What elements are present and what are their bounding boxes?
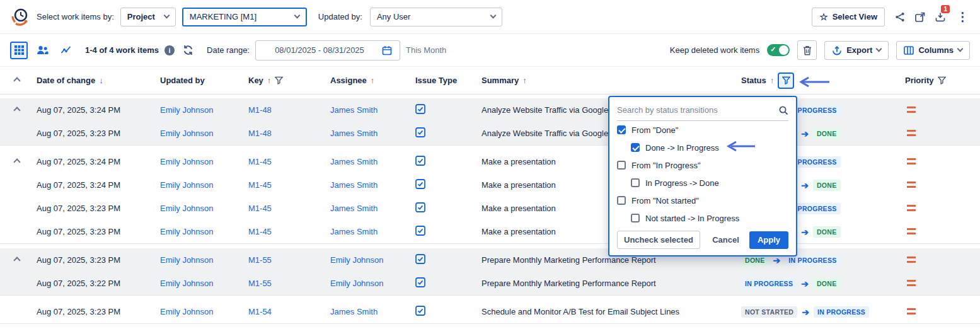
table-row[interactable]: Aug 07, 2025, 3:24 PM Emily Johnson M1-4… (0, 98, 980, 122)
priority-medium-icon (907, 205, 916, 211)
collapse-group-icon[interactable] (13, 158, 20, 165)
chart-view-button[interactable] (57, 42, 74, 59)
date-range-field[interactable] (255, 40, 400, 61)
assignee-link[interactable]: Emily Johnson (330, 255, 415, 265)
sort-asc-icon[interactable]: ↑ (267, 76, 272, 85)
apply-button[interactable]: Apply (749, 231, 788, 249)
open-in-new-icon[interactable] (915, 12, 925, 22)
table-row[interactable]: Aug 07, 2025, 3:23 PM Emily Johnson M1-4… (0, 122, 980, 145)
filter-option-inprogress-to-done[interactable]: In Progress -> Done (617, 174, 788, 192)
assignee-link[interactable]: James Smith (330, 180, 415, 190)
collapse-group-icon[interactable] (13, 107, 20, 113)
collapse-all-icon[interactable] (13, 77, 20, 84)
key-link[interactable]: M1-54 (248, 307, 330, 316)
filter-option-notstarted-to-inprogress[interactable]: Not started -> In Progress (617, 209, 788, 227)
updated-by-link[interactable]: Emily Johnson (160, 105, 248, 115)
filter-option-done-to-inprogress[interactable]: Done -> In Progress (617, 139, 788, 156)
table-row[interactable]: Aug 07, 2025, 3:22 PM Emily Johnson M1-5… (0, 272, 980, 295)
trash-button[interactable] (797, 40, 817, 60)
select-by-value: Project (127, 12, 155, 21)
assignee-link[interactable]: James Smith (330, 307, 415, 316)
select-view-button[interactable]: ☆ Select View (812, 8, 885, 26)
filter-icon[interactable] (938, 76, 946, 84)
sort-asc-icon[interactable]: ↑ (770, 76, 775, 85)
table-row[interactable]: Aug 07, 2025, 3:24 PM Emily Johnson M1-4… (0, 173, 980, 197)
grid-view-button[interactable] (10, 42, 28, 59)
table-row[interactable]: Aug 07, 2025, 3:23 PM Emily Johnson M1-5… (0, 300, 980, 323)
checkbox[interactable] (631, 143, 640, 152)
checkbox[interactable] (631, 178, 640, 187)
share-icon[interactable] (895, 12, 905, 22)
key-link[interactable]: M1-45 (248, 204, 330, 213)
search-input[interactable] (617, 105, 775, 115)
kebab-menu-icon[interactable]: ⋮ (955, 11, 970, 23)
refresh-icon[interactable] (183, 45, 193, 55)
table-row[interactable]: Aug 07, 2025, 3:23 PM Emily Johnson M1-5… (0, 248, 980, 272)
filter-option-label: From "Not started" (631, 196, 699, 205)
table-row[interactable]: Aug 07, 2025, 3:24 PM Emily Johnson M1-4… (0, 150, 980, 173)
checkbox[interactable] (617, 161, 626, 170)
keep-deleted-toggle[interactable] (767, 44, 790, 56)
date-range-input[interactable] (263, 45, 376, 55)
sort-asc-icon[interactable]: ↑ (522, 76, 527, 85)
filter-option-from-inprogress[interactable]: From "In Progress" (617, 156, 788, 174)
status-filter-search[interactable] (617, 102, 788, 121)
column-header-assignee[interactable]: Assignee ↑ (330, 76, 415, 85)
column-header-priority[interactable]: Priority (905, 76, 980, 85)
updated-by-link[interactable]: Emily Johnson (160, 157, 248, 166)
table-body: Aug 07, 2025, 3:24 PM Emily Johnson M1-4… (0, 95, 980, 326)
key-link[interactable]: M1-45 (248, 180, 330, 190)
info-icon[interactable]: i (164, 45, 175, 55)
checkbox[interactable] (617, 125, 626, 134)
assignee-link[interactable]: James Smith (330, 129, 415, 138)
key-link[interactable]: M1-45 (248, 227, 330, 236)
key-link[interactable]: M1-48 (248, 105, 330, 115)
checkbox[interactable] (631, 214, 640, 222)
column-header-status[interactable]: Status ↑ (741, 72, 905, 89)
key-link[interactable]: M1-45 (248, 157, 330, 166)
filter-icon[interactable] (275, 76, 283, 84)
key-link[interactable]: M1-48 (248, 129, 330, 138)
updated-by-select[interactable]: Any User (370, 8, 502, 26)
select-by-dropdown[interactable]: Project (120, 8, 176, 26)
collapse-group-icon[interactable] (13, 257, 20, 263)
updated-by-link[interactable]: Emily Johnson (160, 279, 248, 288)
key-link[interactable]: M1-55 (248, 255, 330, 265)
assignee-link[interactable]: James Smith (330, 227, 415, 236)
project-select[interactable]: MARKETING [M1] (182, 8, 307, 26)
app-logo-icon (10, 7, 30, 27)
column-header-key[interactable]: Key ↑ (248, 76, 330, 85)
calendar-icon[interactable] (382, 45, 392, 55)
assignee-link[interactable]: James Smith (330, 204, 415, 213)
sort-asc-icon[interactable]: ↑ (371, 76, 375, 85)
sort-desc-icon[interactable]: ↓ (99, 76, 103, 85)
whats-new-icon[interactable]: 1 (935, 12, 945, 22)
filter-option-from-notstarted[interactable]: From "Not started" (617, 192, 788, 209)
column-header-summary[interactable]: Summary ↑ (481, 76, 741, 85)
column-header-issue-type[interactable]: Issue Type (415, 76, 481, 85)
cancel-button[interactable]: Cancel (712, 235, 739, 245)
columns-label: Columns (918, 45, 954, 55)
column-header-updated-by[interactable]: Updated by (160, 76, 248, 85)
status-filter-icon[interactable] (778, 72, 794, 89)
assignee-link[interactable]: Emily Johnson (330, 279, 415, 288)
task-type-icon (415, 202, 425, 212)
uncheck-selected-button[interactable]: Uncheck selected (617, 231, 700, 249)
updated-by-link[interactable]: Emily Johnson (160, 204, 248, 213)
checkbox[interactable] (617, 196, 626, 205)
assignee-link[interactable]: James Smith (330, 157, 415, 166)
updated-by-link[interactable]: Emily Johnson (160, 129, 248, 138)
table-row[interactable]: Aug 07, 2025, 3:23 PM Emily Johnson M1-4… (0, 220, 980, 243)
columns-button[interactable]: Columns (896, 41, 970, 60)
table-row[interactable]: Aug 07, 2025, 3:23 PM Emily Johnson M1-4… (0, 197, 980, 220)
updated-by-link[interactable]: Emily Johnson (160, 227, 248, 236)
filter-option-from-done[interactable]: From "Done" (617, 121, 788, 139)
column-header-date[interactable]: Date of change ↓ (37, 76, 160, 85)
updated-by-link[interactable]: Emily Johnson (160, 180, 248, 190)
people-view-button[interactable] (33, 42, 51, 59)
updated-by-link[interactable]: Emily Johnson (160, 255, 248, 265)
assignee-link[interactable]: James Smith (330, 105, 415, 115)
export-button[interactable]: Export (824, 41, 889, 60)
updated-by-link[interactable]: Emily Johnson (160, 307, 248, 316)
key-link[interactable]: M1-55 (248, 279, 330, 288)
